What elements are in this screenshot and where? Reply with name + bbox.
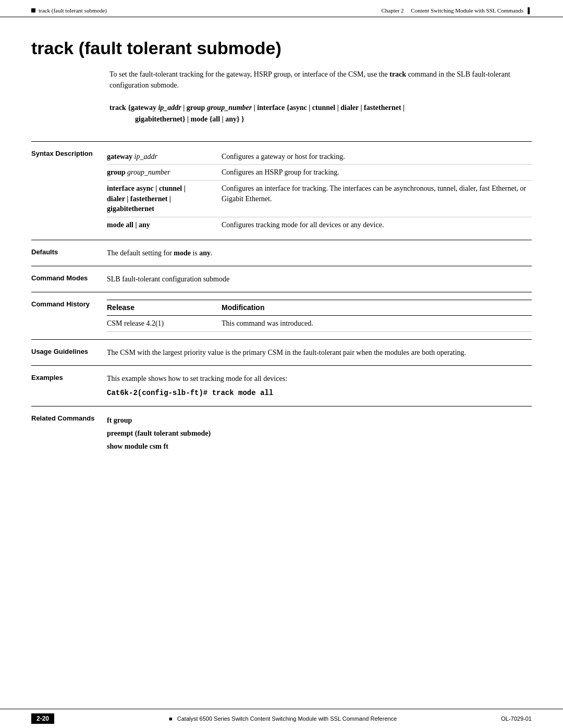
footer-title: Catalyst 6500 Series Switch Content Swit… [177,715,397,722]
syntax-ip: ip_addr [156,104,181,112]
defaults-label: Defaults [31,248,107,257]
page-title: track (fault tolerant submode) [31,38,532,58]
col-release: Release [107,300,222,316]
examples-section: Examples This example shows how to set t… [31,365,532,406]
syntax-dialer: dialer [340,104,359,112]
command-modes-label: Command Modes [31,274,107,283]
command-history-table: Release Modification CSM release 4.2(1) … [107,300,532,332]
syntax-desc-1: Configures a gateway or host for trackin… [222,149,532,165]
footer-square-icon: ■ [169,715,173,722]
footer-page-number: 2-20 [31,713,54,724]
table-row: mode all | any Configures tracking mode … [107,217,532,232]
command-modes-content: SLB fault-tolerant configuration submode [107,274,532,285]
syntax-desc-3: Configures an interface for tracking. Th… [222,180,532,217]
syntax-desc-4: Configures tracking mode for all devices… [222,217,532,232]
syntax-desc-2: Configures an HSRP group for tracking. [222,165,532,181]
syntax-sep1: | [181,104,187,112]
command-history-section: Command History Release Modification CSM… [31,292,532,339]
syntax-description-section: Syntax Description gateway ip_addr Confi… [31,141,532,240]
defaults-content: The default setting for mode is any. [107,248,532,258]
table-row: CSM release 4.2(1) This command was intr… [107,316,532,332]
table-row: interface async | ctunnel |dialer | fast… [107,180,532,217]
syntax-fasteth: fastethernet [364,104,401,112]
syntax-desc-table: gateway ip_addr Configures a gateway or … [107,149,532,233]
header-right: Chapter 2 Content Switching Module with … [381,7,532,14]
history-modification-1: This command was introduced. [222,316,532,332]
syntax-iface: interface [257,104,285,112]
list-item: ft group [107,414,532,427]
syntax-cmd: track [109,104,126,112]
defaults-text1: The default setting for [107,249,174,257]
usage-guidelines-content: The CSM with the largest priority value … [107,347,532,358]
list-item: show module csm ft [107,440,532,453]
related-commands-label: Related Commands [31,414,107,423]
command-history-label: Command History [31,300,107,309]
table-header-row: Release Modification [107,300,532,316]
header-chapter: Chapter 2 [381,7,403,14]
defaults-mode-bold: mode [174,249,191,257]
related-commands-section: Related Commands ft group preempt (fault… [31,406,532,461]
table-row: gateway ip_addr Configures a gateway or … [107,149,532,165]
col-modification: Modification [222,300,532,316]
header-chapter-title: Content Switching Module with SSL Comman… [411,7,523,14]
page-footer: 2-20 ■ Catalyst 6500 Series Switch Conte… [0,709,563,728]
defaults-text3: . [211,249,213,257]
sections: Syntax Description gateway ip_addr Confi… [31,141,532,461]
header-section: track (fault tolerant submode) [39,7,107,14]
intro-paragraph: To set the fault-tolerant tracking for t… [109,69,532,91]
main-content: track (fault tolerant submode) To set th… [0,17,563,492]
intro-text1: To set the fault-tolerant tracking for t… [109,70,389,78]
command-history-content: Release Modification CSM release 4.2(1) … [107,300,532,332]
syntax-mode: mode [191,115,208,123]
syntax-s1: | [307,104,312,112]
syntax-groupnum: group_number [205,104,252,112]
defaults-any-bold: any [199,249,211,257]
footer-doc-number: OL-7029-01 [501,715,532,722]
usage-guidelines-label: Usage Guidelines [31,347,107,356]
syntax-s2: | [335,104,340,112]
syntax-close2: } } [237,115,244,123]
defaults-text2: is [191,249,199,257]
syntax-any: any [225,115,237,123]
syntax-part1: { [126,104,131,112]
syntax-term-4: mode all | any [107,217,222,232]
command-modes-section: Command Modes SLB fault-tolerant configu… [31,266,532,292]
syntax-sep2: | [252,104,257,112]
syntax-description-content: gateway ip_addr Configures a gateway or … [107,149,532,233]
examples-label: Examples [31,373,107,382]
related-commands-content: ft group preempt (fault tolerant submode… [107,414,532,453]
related-commands-list: ft group preempt (fault tolerant submode… [107,414,532,453]
syntax-all: all [212,115,220,123]
syntax-block: track {gateway ip_addr | group group_num… [109,102,532,126]
list-item: preempt (fault tolerant submode) [107,427,532,440]
syntax-gigaeth: gigabitethernet [135,115,182,123]
defaults-section: Defaults The default setting for mode is… [31,240,532,266]
syntax-close1: } | [182,115,191,123]
examples-text: This example shows how to set tracking m… [107,373,532,384]
examples-content: This example shows how to set tracking m… [107,373,532,399]
code-block: Cat6k-2(config-slb-ft)# track mode all [107,389,273,397]
syntax-async: async [289,104,307,112]
syntax-term-3: interface async | ctunnel |dialer | fast… [107,180,222,217]
examples-code: Cat6k-2(config-slb-ft)# track mode all [107,387,532,399]
history-release-1: CSM release 4.2(1) [107,316,222,332]
syntax-brace2: { [285,104,289,112]
usage-guidelines-section: Usage Guidelines The CSM with the larges… [31,339,532,365]
syntax-ctunnel: ctunnel [312,104,335,112]
syntax-gw: gateway [131,104,156,112]
syntax-s4: | [401,104,405,112]
header-left: track (fault tolerant submode) [31,7,107,14]
syntax-braceall: { [207,115,212,123]
syntax-term-2: group group_number [107,165,222,181]
syntax-description-label: Syntax Description [31,149,107,158]
header-square-icon [31,8,35,13]
footer-center-text: ■ Catalyst 6500 Series Switch Content Sw… [65,715,501,722]
intro-command-bold: track [389,70,406,78]
table-row: group group_number Configures an HSRP gr… [107,165,532,181]
syntax-grp: group [187,104,205,112]
syntax-s3: | [359,104,364,112]
page-header: track (fault tolerant submode) Chapter 2… [0,0,563,17]
syntax-sep3: | [220,115,225,123]
syntax-term-1: gateway ip_addr [107,149,222,165]
